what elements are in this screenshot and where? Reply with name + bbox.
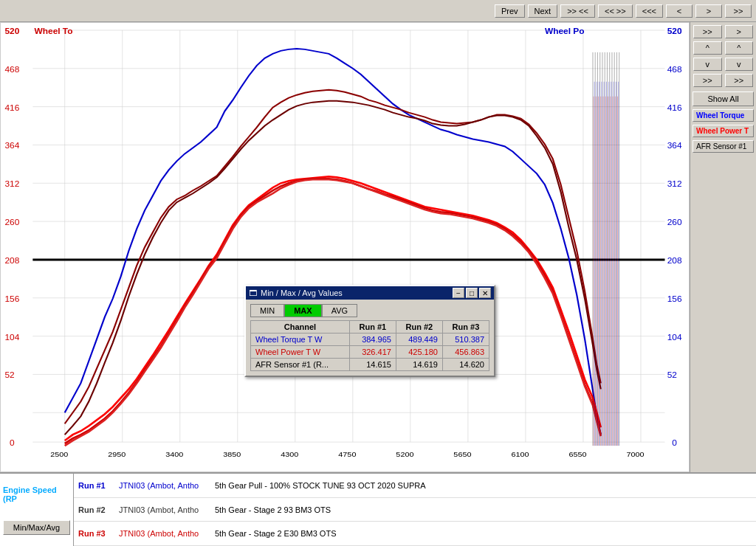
toolbar: Prev Next >> << << >> <<< < > >>: [0, 0, 756, 22]
modal-run3-2: 14.620: [442, 359, 489, 371]
modal-run2-1: 425.180: [396, 346, 442, 359]
run-name-1[interactable]: JTNI03 (Ambot, Antho: [119, 505, 215, 514]
svg-text:2950: 2950: [108, 450, 126, 458]
minmax-modal: 🗖 Min / Max / Avg Values − □ ✕ MIN MAX A…: [244, 285, 495, 377]
run-label-1: Run #2: [78, 505, 119, 514]
pan-down-button[interactable]: v: [693, 58, 722, 71]
svg-text:4300: 4300: [281, 450, 298, 458]
svg-text:364: 364: [4, 142, 20, 150]
modal-channel-2: AFR Sensor #1 (R...: [251, 359, 350, 371]
fastforward-button[interactable]: >> <<: [560, 4, 595, 18]
svg-text:416: 416: [4, 103, 19, 111]
prev-button[interactable]: Prev: [495, 4, 525, 18]
svg-text:104: 104: [667, 333, 683, 341]
run-rows: Run #1 JTNI03 (Ambot, Antho 5th Gear Pul…: [74, 474, 756, 546]
svg-text:520: 520: [4, 27, 19, 35]
bottom-row: Engine Speed (RP Min/Max/Avg Run #1 JTNI…: [0, 474, 756, 546]
svg-text:4750: 4750: [338, 450, 356, 458]
svg-text:5200: 5200: [396, 450, 413, 458]
modal-run3-1: 456.863: [442, 346, 489, 359]
scroll-right-button[interactable]: >: [725, 25, 754, 38]
svg-text:6100: 6100: [511, 450, 529, 458]
modal-tabs: MIN MAX AVG: [250, 304, 489, 317]
modal-run1-2: 14.615: [349, 359, 396, 371]
svg-text:208: 208: [667, 256, 682, 264]
pan-up-section: ^ ^: [693, 41, 754, 55]
pan-down-right-button[interactable]: v: [725, 58, 754, 71]
legend-wheel-power[interactable]: Wheel Power T: [693, 125, 754, 137]
modal-minimize-button[interactable]: −: [453, 288, 464, 298]
col-run2: Run #2: [396, 321, 442, 334]
chart-area: 520 468 416 364 312 260 208 156 104 52 0…: [0, 22, 690, 472]
scroll-up-right-button[interactable]: >>: [693, 25, 722, 38]
col-run3: Run #3: [442, 321, 489, 334]
svg-text:520: 520: [667, 27, 682, 35]
svg-text:468: 468: [667, 65, 682, 73]
run-desc-1: 5th Gear - Stage 2 93 BM3 OTS: [215, 505, 331, 514]
svg-text:2500: 2500: [50, 450, 68, 458]
scroll-down-right-button[interactable]: >>: [725, 74, 754, 87]
run-label-2: Run #3: [78, 529, 119, 538]
run-name-2[interactable]: JTNI03 (Ambot, Antho: [119, 529, 215, 538]
svg-text:312: 312: [667, 180, 682, 188]
rightend-button[interactable]: >>: [725, 4, 752, 18]
run-desc-0: 5th Gear Pull - 100% STOCK TUNE 93 OCT 2…: [215, 481, 426, 490]
run-row: Run #2 JTNI03 (Ambot, Antho 5th Gear - S…: [74, 498, 756, 522]
modal-run1-0: 384.965: [349, 334, 396, 346]
svg-text:260: 260: [667, 218, 682, 227]
svg-text:52: 52: [4, 371, 14, 379]
pan-up-right-button[interactable]: ^: [725, 41, 754, 55]
minmaxavg-button[interactable]: Min/Max/Avg: [3, 520, 70, 535]
svg-text:260: 260: [4, 218, 19, 227]
engine-speed-label: Engine Speed (RP: [3, 485, 70, 503]
scroll-down-section: >> >>: [693, 73, 754, 88]
svg-text:156: 156: [4, 294, 19, 303]
svg-text:Wheel Po: Wheel Po: [545, 27, 585, 35]
modal-maximize-button[interactable]: □: [466, 288, 478, 298]
svg-rect-0: [1, 23, 689, 471]
right-panel: >> > ^ ^ v v >> >> Show All Wheel Torque…: [690, 22, 756, 472]
bottom-bar: Engine Speed (RP Min/Max/Avg Run #1 JTNI…: [0, 472, 756, 546]
modal-run2-0: 489.449: [396, 334, 442, 346]
modal-run2-2: 14.619: [396, 359, 442, 371]
modal-channel-1: Wheel Power T W: [251, 346, 350, 359]
svg-text:Wheel To: Wheel To: [35, 27, 73, 35]
col-channel: Channel: [251, 321, 350, 334]
end-button[interactable]: <<<: [636, 4, 663, 18]
svg-text:6550: 6550: [568, 450, 586, 458]
tab-max[interactable]: MAX: [284, 304, 321, 317]
run-row: Run #1 JTNI03 (Ambot, Antho 5th Gear Pul…: [74, 474, 756, 498]
svg-text:364: 364: [667, 142, 683, 150]
tab-min[interactable]: MIN: [250, 304, 284, 317]
svg-text:5650: 5650: [453, 450, 471, 458]
modal-row: Wheel Power T W 326.417 425.180 456.863: [251, 346, 489, 359]
right-button[interactable]: >: [695, 4, 722, 18]
next-button[interactable]: Next: [528, 4, 558, 18]
left-button[interactable]: <: [666, 4, 693, 18]
run-row: Run #3 JTNI03 (Ambot, Antho 5th Gear - S…: [74, 522, 756, 546]
svg-text:0: 0: [10, 439, 15, 447]
svg-text:156: 156: [667, 294, 682, 303]
svg-text:3400: 3400: [165, 450, 183, 458]
modal-controls: − □ ✕: [453, 288, 491, 298]
svg-text:0: 0: [672, 439, 677, 447]
tab-avg[interactable]: AVG: [322, 304, 357, 317]
modal-titlebar: 🗖 Min / Max / Avg Values − □ ✕: [246, 286, 494, 300]
run-name-0[interactable]: JTNI03 (Ambot, Antho: [119, 481, 215, 490]
rewind-button[interactable]: << >>: [598, 4, 633, 18]
show-all-button[interactable]: Show All: [693, 91, 754, 106]
run-label-0: Run #1: [78, 481, 119, 490]
legend-wheel-torque[interactable]: Wheel Torque: [693, 109, 754, 122]
modal-row: AFR Sensor #1 (R... 14.615 14.619 14.620: [251, 359, 489, 371]
run-desc-2: 5th Gear - Stage 2 E30 BM3 OTS: [215, 529, 336, 538]
modal-close-button[interactable]: ✕: [479, 288, 491, 298]
svg-text:208: 208: [4, 256, 19, 264]
legend-afr-sensor[interactable]: AFR Sensor #1: [693, 140, 754, 153]
modal-title-icon: 🗖: [249, 288, 257, 297]
scroll-down-left-button[interactable]: >>: [693, 74, 722, 87]
main-area: 520 468 416 364 312 260 208 156 104 52 0…: [0, 22, 756, 472]
scroll-up-section: >> >: [693, 24, 754, 39]
col-run1: Run #1: [349, 321, 396, 334]
pan-up-button[interactable]: ^: [693, 41, 722, 55]
bottom-left-panel: Engine Speed (RP Min/Max/Avg: [0, 474, 74, 546]
